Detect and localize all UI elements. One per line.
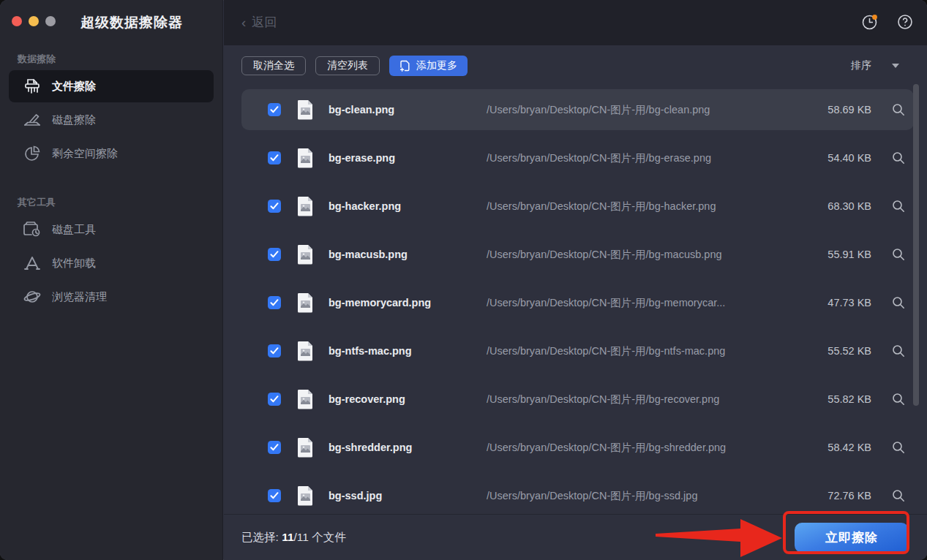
pie-chart-icon xyxy=(23,144,42,163)
main-panel: ‹ 返回 xyxy=(224,0,927,560)
file-path: /Users/bryan/Desktop/CN-图片-用/bg-ntfs-mac… xyxy=(487,344,807,358)
file-size: 68.30 KB xyxy=(807,200,871,212)
file-size: 58.42 KB xyxy=(807,442,871,453)
file-row[interactable]: bg-ssd.jpg /Users/bryan/Desktop/CN-图片-用/… xyxy=(241,475,914,516)
file-checkbox[interactable] xyxy=(268,103,281,116)
file-row[interactable]: bg-recover.png /Users/bryan/Desktop/CN-图… xyxy=(241,379,914,420)
close-window-button[interactable] xyxy=(12,16,22,26)
sidebar-item-label: 浏览器清理 xyxy=(52,290,107,304)
timer-icon[interactable] xyxy=(861,13,879,31)
shredder-icon xyxy=(23,77,42,96)
sidebar-item-browser[interactable]: 浏览器清理 xyxy=(9,281,214,313)
image-file-icon xyxy=(297,341,314,361)
search-icon[interactable] xyxy=(892,103,905,116)
file-size: 54.40 KB xyxy=(807,152,871,164)
add-more-button[interactable]: 添加更多 xyxy=(389,56,468,76)
file-checkbox[interactable] xyxy=(268,296,281,309)
minimize-window-button[interactable] xyxy=(29,16,39,26)
selection-count: 11 xyxy=(282,531,293,543)
disk-tool-icon xyxy=(23,220,42,239)
erase-now-button[interactable]: 立即擦除 xyxy=(795,523,909,553)
sidebar-item-shredder[interactable]: 文件擦除 xyxy=(9,70,214,102)
search-icon[interactable] xyxy=(892,200,905,213)
file-row[interactable]: bg-macusb.png /Users/bryan/Desktop/CN-图片… xyxy=(241,234,914,275)
browser-icon xyxy=(23,287,42,306)
file-name: bg-ssd.jpg xyxy=(329,490,487,502)
file-path: /Users/bryan/Desktop/CN-图片-用/bg-recover.… xyxy=(487,393,807,406)
clear-list-button[interactable]: 清空列表 xyxy=(315,56,380,75)
deselect-all-button[interactable]: 取消全选 xyxy=(241,56,306,75)
back-button[interactable]: ‹ 返回 xyxy=(241,14,277,31)
file-checkbox[interactable] xyxy=(268,393,281,406)
file-size: 55.91 KB xyxy=(807,249,871,260)
image-file-icon xyxy=(297,196,314,216)
file-size: 55.82 KB xyxy=(807,393,871,405)
search-icon[interactable] xyxy=(892,393,905,406)
image-file-icon xyxy=(297,99,314,120)
file-checkbox[interactable] xyxy=(268,248,281,261)
file-row[interactable]: bg-erase.png /Users/bryan/Desktop/CN-图片-… xyxy=(241,137,914,178)
sidebar-item-app-uninstall[interactable]: 软件卸载 xyxy=(9,247,214,279)
file-checkbox[interactable] xyxy=(268,344,281,357)
add-file-icon xyxy=(399,60,410,72)
file-row[interactable]: bg-shredder.png /Users/bryan/Desktop/CN-… xyxy=(241,427,914,468)
file-name: bg-hacker.png xyxy=(329,200,487,212)
file-size: 55.52 KB xyxy=(807,345,871,357)
file-list: bg-clean.png /Users/bryan/Desktop/CN-图片-… xyxy=(241,89,914,523)
file-name: bg-macusb.png xyxy=(329,249,487,260)
sidebar-item-pie-chart[interactable]: 剩余空间擦除 xyxy=(9,137,214,170)
search-icon[interactable] xyxy=(892,296,905,309)
file-path: /Users/bryan/Desktop/CN-图片-用/bg-ssd.jpg xyxy=(487,489,807,503)
selection-summary: 已选择: 11/11 个文件 xyxy=(241,530,346,545)
file-name: bg-clean.png xyxy=(329,104,487,116)
file-size: 47.73 KB xyxy=(807,297,871,309)
file-checkbox[interactable] xyxy=(268,200,281,213)
sidebar: 超级数据擦除器 数据擦除文件擦除磁盘擦除剩余空间擦除其它工具磁盘工具软件卸载浏览… xyxy=(0,0,223,560)
search-icon[interactable] xyxy=(892,441,905,454)
chevron-left-icon: ‹ xyxy=(241,15,246,29)
file-checkbox[interactable] xyxy=(268,441,281,454)
sidebar-item-label: 磁盘工具 xyxy=(52,223,96,237)
sidebar-item-label: 剩余空间擦除 xyxy=(52,147,118,161)
sidebar-item-label: 磁盘擦除 xyxy=(52,113,96,127)
toolbar: 取消全选 清空列表 添加更多 排序 xyxy=(241,56,909,76)
file-name: bg-ntfs-mac.png xyxy=(329,345,487,357)
file-checkbox[interactable] xyxy=(268,151,281,164)
traffic-lights xyxy=(12,16,56,26)
file-row[interactable]: bg-ntfs-mac.png /Users/bryan/Desktop/CN-… xyxy=(241,330,914,371)
image-file-icon xyxy=(297,485,314,506)
sidebar-item-label: 文件擦除 xyxy=(52,80,96,94)
app-window: 超级数据擦除器 数据擦除文件擦除磁盘擦除剩余空间擦除其它工具磁盘工具软件卸载浏览… xyxy=(0,0,927,560)
search-icon[interactable] xyxy=(892,248,905,261)
clear-list-label: 清空列表 xyxy=(327,59,368,72)
file-path: /Users/bryan/Desktop/CN-图片-用/bg-clean.pn… xyxy=(487,103,807,117)
scrollbar-thumb[interactable] xyxy=(913,84,919,406)
file-checkbox[interactable] xyxy=(268,489,281,502)
zoom-window-button[interactable] xyxy=(45,16,56,26)
file-size: 72.76 KB xyxy=(807,490,871,502)
file-row[interactable]: bg-hacker.png /Users/bryan/Desktop/CN-图片… xyxy=(241,186,914,227)
selection-suffix: /11 个文件 xyxy=(294,531,346,543)
file-name: bg-shredder.png xyxy=(329,442,487,453)
sidebar-item-disk-tool[interactable]: 磁盘工具 xyxy=(9,213,214,246)
image-file-icon xyxy=(297,148,314,168)
file-path: /Users/bryan/Desktop/CN-图片-用/bg-shredder… xyxy=(487,441,807,455)
help-icon[interactable] xyxy=(896,13,914,31)
deselect-all-label: 取消全选 xyxy=(253,59,294,72)
caret-down-icon xyxy=(892,64,899,68)
sidebar-item-disk-erase[interactable]: 磁盘擦除 xyxy=(9,104,214,136)
image-file-icon xyxy=(297,244,314,265)
disk-erase-icon xyxy=(23,110,42,129)
sort-control[interactable]: 排序 xyxy=(851,59,909,72)
file-size: 58.69 KB xyxy=(807,104,871,116)
app-uninstall-icon xyxy=(23,254,42,273)
sidebar-section-label: 其它工具 xyxy=(18,196,222,209)
image-file-icon xyxy=(297,437,314,458)
file-row[interactable]: bg-memorycard.png /Users/bryan/Desktop/C… xyxy=(241,282,914,323)
file-row[interactable]: bg-clean.png /Users/bryan/Desktop/CN-图片-… xyxy=(241,89,914,130)
search-icon[interactable] xyxy=(892,344,905,357)
file-name: bg-memorycard.png xyxy=(329,297,487,309)
search-icon[interactable] xyxy=(892,489,905,502)
add-more-label: 添加更多 xyxy=(416,59,457,72)
search-icon[interactable] xyxy=(892,151,905,164)
